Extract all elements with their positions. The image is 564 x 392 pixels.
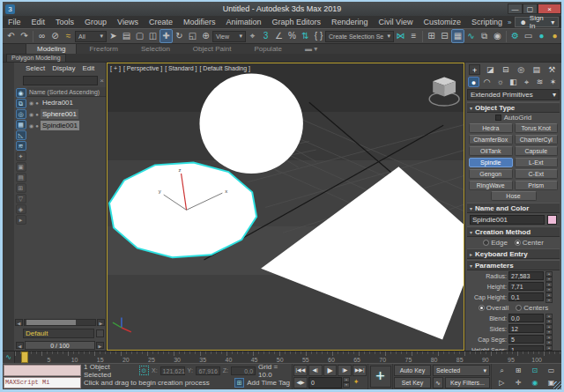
torus-knot-button[interactable]: Torus Knot xyxy=(515,123,559,133)
filter-layers-icon[interactable]: ⧉ xyxy=(16,99,26,108)
y-coordinate-field[interactable]: 67,916 xyxy=(196,366,220,375)
autogrid-checkbox[interactable] xyxy=(495,115,501,121)
previous-frame-button[interactable]: ◀| xyxy=(308,365,323,376)
tree-row-sphere[interactable]: ◉ ● Sphere001 xyxy=(27,108,106,120)
height-field[interactable]: 7,71 xyxy=(508,282,544,291)
rendered-frame-window-icon[interactable]: ▭ xyxy=(522,29,535,43)
expand-panel-icon[interactable]: ▸ xyxy=(16,215,26,225)
select-and-link-icon[interactable]: ∞ xyxy=(35,29,48,43)
menu-civil-view[interactable]: Civil View xyxy=(374,16,419,28)
filter-lights-icon[interactable]: ◎ xyxy=(16,109,26,119)
radius-spinner[interactable]: ▴▾ xyxy=(545,271,553,280)
select-and-move-icon[interactable]: ✚ xyxy=(160,29,173,43)
select-object-icon[interactable]: ➤ xyxy=(107,29,120,43)
object-color-swatch[interactable] xyxy=(547,215,557,225)
chamfercyl-button[interactable]: ChamferCyl xyxy=(515,135,559,144)
selection-lock-icon[interactable]: ⊙ xyxy=(139,366,149,375)
viewport-menu-general[interactable]: [ + ] xyxy=(110,65,121,71)
sides-field[interactable]: 12 xyxy=(508,324,544,333)
visibility-icon[interactable]: ◉ xyxy=(29,122,33,129)
track-bar[interactable]: 5 10 15 20 25 30 35 40 45 50 55 60 65 70… xyxy=(15,351,561,363)
explorer-horizontal-scrollbar[interactable] xyxy=(24,319,96,326)
hierarchy-tab-icon[interactable]: ⊟ xyxy=(500,64,511,75)
edge-radio[interactable]: Edge xyxy=(483,239,508,247)
search-clear-icon[interactable]: × xyxy=(100,77,104,85)
go-to-start-button[interactable]: |◀◀ xyxy=(293,365,308,376)
previous-frame-arrow-icon[interactable]: ◀ xyxy=(16,342,24,349)
preset-options-button[interactable] xyxy=(96,329,104,337)
filter-bones-icon[interactable]: ▤ xyxy=(16,173,26,182)
cameras-category-icon[interactable]: ◧ xyxy=(508,77,519,87)
schematic-view-icon[interactable]: ⧉ xyxy=(478,29,491,43)
curve-editor-icon[interactable]: ∿ xyxy=(464,29,478,43)
menu-file[interactable]: File xyxy=(3,16,26,28)
time-slider-marker[interactable] xyxy=(21,351,28,363)
resize-grip[interactable] xyxy=(553,381,561,389)
c-ext-button[interactable]: C-Ext xyxy=(515,169,559,179)
l-ext-button[interactable]: L-Ext xyxy=(515,158,559,167)
percent-snap-icon[interactable]: % xyxy=(286,29,299,43)
menu-group[interactable]: Group xyxy=(79,16,112,28)
viewcube[interactable] xyxy=(429,77,459,106)
maxscript-listener-line[interactable]: MAXScript Mi xyxy=(4,377,81,388)
next-frame-button[interactable]: |▶ xyxy=(338,365,352,376)
shapes-category-icon[interactable]: ◠ xyxy=(481,77,493,87)
creation-method-rollout-header[interactable]: ▾ Creation Method xyxy=(467,226,560,237)
filter-materials-icon[interactable]: ◈ xyxy=(16,204,26,214)
selection-set-preset-dropdown[interactable]: Default xyxy=(23,329,94,338)
cap-segs-field[interactable]: 5 xyxy=(508,335,544,344)
render-flyout-icon[interactable]: ● xyxy=(548,29,561,43)
scrollbar-thumb[interactable] xyxy=(26,320,76,325)
current-frame-field[interactable]: 0 xyxy=(308,377,342,388)
filter-helpers-icon[interactable]: ✦ xyxy=(16,152,26,161)
tab-selection[interactable]: Selection xyxy=(130,44,181,54)
tab-freeform[interactable]: Freeform xyxy=(78,44,128,54)
create-tab-icon[interactable]: + xyxy=(469,64,480,75)
tree-row-spindle[interactable]: ◉ ● Spindle001 xyxy=(27,120,106,131)
sphere-object[interactable] xyxy=(199,74,302,174)
spindle-object[interactable] xyxy=(109,163,256,258)
bind-to-space-warp-icon[interactable]: ≈ xyxy=(62,29,75,43)
set-key-button[interactable]: Set Key xyxy=(394,377,431,388)
filter-custom-icon[interactable]: ▽ xyxy=(16,194,26,203)
named-selection-set-dropdown[interactable]: Create Selection Se ▾ xyxy=(325,31,394,42)
tree-column-header[interactable]: Name (Sorted Ascending) xyxy=(27,87,106,97)
name-color-rollout-header[interactable]: ▾ Name and Color xyxy=(467,203,560,213)
filter-selected-icon[interactable]: ◉ xyxy=(16,88,26,98)
chamferbox-button[interactable]: ChamferBox xyxy=(469,135,513,144)
key-selection-dropdown[interactable]: Selected ▾ xyxy=(433,365,490,376)
snap-toggle-3d-icon[interactable]: 3 xyxy=(259,29,272,43)
pan-icon[interactable]: ✛ xyxy=(510,377,527,389)
geometry-category-icon[interactable]: ● xyxy=(468,77,479,87)
cap-height-field[interactable]: 0,1 xyxy=(508,292,544,301)
display-tab-icon[interactable]: ▤ xyxy=(531,64,542,75)
tab-populate[interactable]: Populate xyxy=(243,44,293,54)
systems-category-icon[interactable]: ✶ xyxy=(547,77,559,87)
render-production-icon[interactable]: ● xyxy=(535,29,548,43)
z-coordinate-field[interactable]: 0,0 xyxy=(231,366,256,375)
set-keys-button[interactable]: + xyxy=(370,366,391,388)
select-and-place-icon[interactable]: ⊕ xyxy=(199,29,212,43)
cap-height-spinner[interactable]: ▴▾ xyxy=(545,292,553,301)
object-type-icon[interactable]: ● xyxy=(35,100,39,106)
key-mode-toggle[interactable]: ◀▶ xyxy=(293,377,308,388)
polygon-modeling-panel[interactable]: Polygon Modeling xyxy=(6,54,66,63)
maximize-button[interactable]: ▢ xyxy=(523,4,538,14)
blend-spinner[interactable]: ▴▾ xyxy=(545,314,553,322)
window-crossing-icon[interactable]: ◫ xyxy=(146,29,160,43)
unlink-selection-icon[interactable]: ⊘ xyxy=(48,29,62,43)
scroll-left-icon[interactable]: ◀ xyxy=(15,319,23,326)
menu-tools[interactable]: Tools xyxy=(50,16,79,28)
filter-cameras-icon[interactable]: ▣ xyxy=(16,162,26,172)
object-name-field[interactable]: Spindle001 xyxy=(470,215,545,225)
zoom-icon[interactable]: ⌕ xyxy=(494,365,510,377)
explorer-menu-display[interactable]: Display xyxy=(49,64,78,72)
maxscript-macro-line[interactable] xyxy=(4,365,81,376)
sides-spinner[interactable]: ▴▾ xyxy=(545,324,553,333)
redo-icon[interactable]: ↷ xyxy=(18,29,31,43)
oiltank-button[interactable]: OilTank xyxy=(469,146,513,156)
selection-filter-dropdown[interactable]: All ▾ xyxy=(75,31,107,42)
go-to-end-button[interactable]: ▶▶| xyxy=(352,365,367,376)
viewport-menu-renderer[interactable]: [ Standard ] xyxy=(165,65,197,71)
space-warps-category-icon[interactable]: ≋ xyxy=(534,77,545,87)
